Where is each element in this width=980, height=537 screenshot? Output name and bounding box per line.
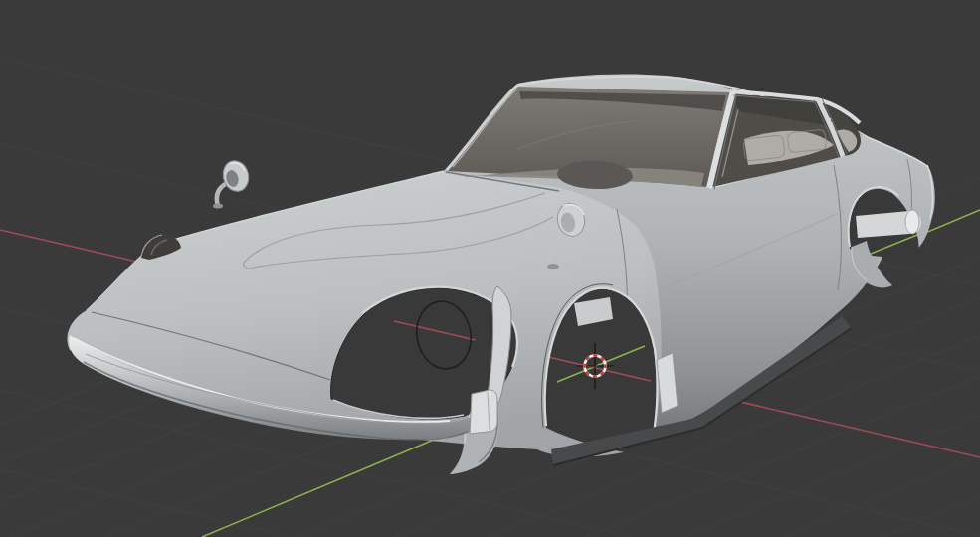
exhaust-end-cap: [905, 210, 919, 234]
bumper-end-cap: [470, 390, 497, 434]
blender-3d-viewport[interactable]: [0, 0, 980, 537]
